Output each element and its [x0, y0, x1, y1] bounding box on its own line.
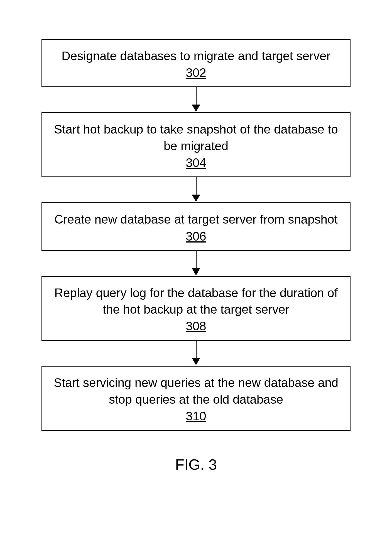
step-ref: 310	[186, 409, 206, 423]
step-text: Start hot backup to take snapshot of the…	[53, 121, 339, 154]
step-text: Start servicing new queries at the new d…	[53, 374, 339, 408]
arrow-icon	[192, 177, 200, 202]
figure-label: FIG. 3	[175, 456, 217, 473]
flowchart-step-302: Designate databases to migrate and targe…	[41, 39, 351, 87]
step-ref: 306	[186, 229, 206, 243]
step-text: Replay query log for the database for th…	[53, 285, 339, 318]
flowchart-container: Designate databases to migrate and targe…	[41, 39, 351, 431]
step-text: Create new database at target server fro…	[53, 211, 339, 227]
step-ref: 302	[186, 66, 206, 80]
step-text: Designate databases to migrate and targe…	[53, 48, 339, 64]
flowchart-step-308: Replay query log for the database for th…	[41, 276, 351, 341]
flowchart-step-306: Create new database at target server fro…	[41, 202, 351, 251]
step-ref: 304	[186, 156, 206, 170]
arrow-icon	[192, 87, 200, 112]
flowchart-step-304: Start hot backup to take snapshot of the…	[41, 112, 351, 177]
flowchart-step-310: Start servicing new queries at the new d…	[41, 366, 351, 431]
arrow-icon	[192, 341, 200, 366]
arrow-icon	[192, 251, 200, 276]
step-ref: 308	[186, 319, 206, 333]
